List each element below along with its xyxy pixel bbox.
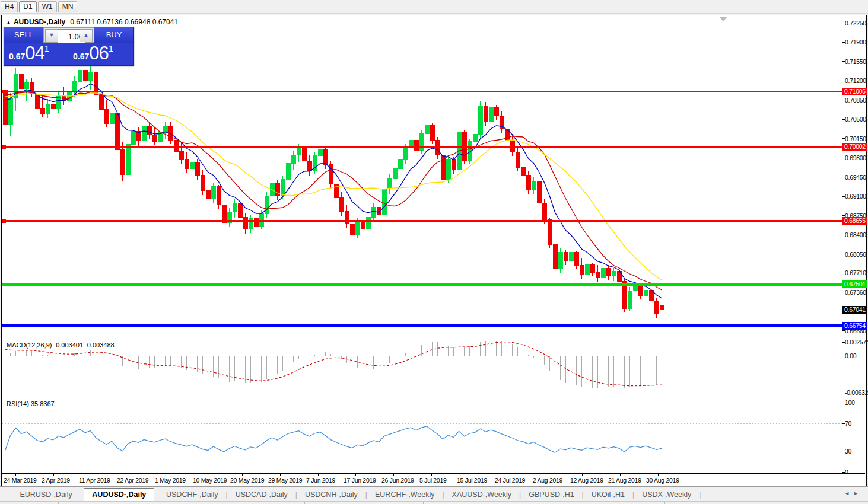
price-tick-label: 0.70500	[845, 116, 868, 123]
date-axis-label: 20 May 2019	[230, 477, 272, 484]
macd-axis-label: 0.00	[845, 352, 868, 359]
bid-price-pip: 1	[44, 43, 49, 53]
price-tick-label: 0.68050	[845, 251, 868, 258]
chart-title: ▲AUDUSD-,Daily0.67111 0.67136 0.66948 0.…	[6, 18, 178, 26]
tab-eurchf-weekly[interactable]: EURCHF-,Weekly	[367, 489, 442, 501]
rsi-axis-label: 70	[845, 420, 868, 427]
volume-increase-icon[interactable]: ▲	[80, 29, 93, 42]
price-tick-label: 0.69800	[845, 154, 868, 161]
date-axis-label: 5 Jul 2019	[419, 477, 461, 484]
status-separator	[423, 502, 424, 504]
chart-window: ▲AUDUSD-,Daily0.67111 0.67136 0.66948 0.…	[1, 15, 867, 486]
status-separator	[664, 502, 665, 504]
date-axis-label: 2 Aug 2019	[533, 477, 574, 484]
price-tick-label: 0.67360	[845, 289, 868, 296]
tab-separator	[80, 490, 84, 499]
date-axis-label: 21 Aug 2019	[608, 477, 650, 484]
rsi-axis-label: 100	[845, 399, 868, 406]
bid-price-prefix: 0.67	[9, 52, 25, 61]
tab-eurusd-daily[interactable]: EURUSD-,Daily	[12, 489, 80, 501]
tab-xauusd-weekly[interactable]: XAUUSD-,Weekly	[444, 489, 519, 501]
buy-button[interactable]: BUY	[94, 27, 133, 43]
sell-button[interactable]: SELL	[4, 27, 43, 43]
status-separator	[100, 502, 100, 504]
price-tick-label: 0.68400	[845, 231, 868, 238]
price-tick-label: 0.70150	[845, 135, 868, 142]
price-tick-label: 0.71550	[845, 58, 868, 65]
ask-price-pip: 1	[109, 43, 113, 53]
status-separator	[260, 502, 260, 504]
date-axis-label: 24 Mar 2019	[4, 477, 45, 484]
line-price-label: 0.66754	[842, 322, 867, 330]
tab-scroll-right-icon[interactable]: ►	[853, 490, 862, 496]
timeframe-button-d1[interactable]: D1	[19, 1, 36, 12]
ask-price-button[interactable]: 0.67061	[68, 43, 133, 65]
tab-gbpusd-h1[interactable]: GBPUSD-,H1	[521, 489, 581, 501]
one-click-trade-panel: SELL ▼ ▲ BUY 0.67041 0.67061	[4, 27, 134, 66]
macd-axis-label: -0.006326	[845, 389, 868, 396]
ask-price-prefix: 0.67	[73, 52, 89, 61]
date-axis-label: 15 Jul 2019	[457, 477, 498, 484]
volume-stepper: ▼ ▲	[43, 27, 94, 43]
tab-ukoil-h1[interactable]: UKOil-,H1	[584, 489, 632, 501]
macd-indicator-label: MACD(12,26,9) -0.003401 -0.003488	[7, 342, 115, 349]
bid-price-button[interactable]: 0.67041	[4, 43, 68, 65]
price-tick-label: 0.69450	[845, 174, 868, 181]
date-axis-label: 12 Aug 2019	[570, 477, 612, 484]
line-price-label: 0.70002	[842, 143, 867, 151]
rsi-axis-label: 0	[845, 468, 868, 476]
rsi-indicator-label: RSI(14) 35.8367	[7, 400, 55, 407]
tab-usdcnh-daily[interactable]: USDCNH-,Daily	[297, 489, 365, 501]
price-tick-label: 0.67710	[845, 269, 868, 276]
collapse-triangle-icon[interactable]: ▲	[6, 20, 11, 25]
chart-tab-bar: EURUSD-,Daily AUDUSD-,Daily USDCHF-,Dail…	[0, 486, 868, 502]
macd-axis-label: 0.002574	[845, 339, 868, 346]
status-strip	[0, 501, 868, 504]
rsi-axis-label: 30	[845, 448, 868, 455]
date-axis-label: 22 Apr 2019	[117, 477, 158, 484]
bid-price-big: 04	[25, 43, 44, 63]
date-axis-label: 30 Aug 2019	[646, 477, 688, 484]
chart-symbol-label: AUDUSD-,Daily	[14, 18, 65, 26]
scroll-to-end-icon[interactable]	[720, 17, 727, 21]
tab-scroll-arrows[interactable]: ◄►	[844, 490, 862, 496]
tab-usdcad-daily[interactable]: USDCAD-,Daily	[228, 489, 295, 501]
price-tick-label: 0.71200	[845, 77, 868, 84]
timeframe-button-mn[interactable]: MN	[58, 1, 78, 12]
tab-separator: |	[699, 490, 701, 499]
price-tick-label: 0.72250	[845, 20, 868, 27]
volume-decrease-icon[interactable]: ▼	[45, 29, 58, 42]
status-separator	[304, 502, 305, 504]
date-axis-label: 24 Jul 2019	[495, 477, 536, 484]
date-axis-label: 29 May 2019	[268, 477, 310, 484]
date-axis-label: 2 Apr 2019	[42, 477, 83, 484]
line-price-label: 0.67501	[842, 280, 867, 288]
timeframe-button-h4[interactable]: H4	[1, 1, 18, 12]
line-price-label: 0.71005	[842, 88, 867, 95]
price-tick-label: 0.70850	[845, 97, 868, 104]
timeframe-toolbar: H4D1W1MN	[0, 0, 868, 14]
tab-scroll-left-icon[interactable]: ◄	[844, 490, 853, 496]
timeframe-button-w1[interactable]: W1	[38, 1, 57, 12]
chart-ohlc-values: 0.67111 0.67136 0.66948 0.67041	[70, 18, 178, 26]
date-axis-label: 10 May 2019	[193, 477, 234, 484]
line-price-label: 0.68655	[842, 217, 867, 225]
tab-usdx-weekly[interactable]: USDX-,Weekly	[634, 489, 699, 501]
date-axis-label: 26 Jun 2019	[381, 477, 423, 484]
status-separator	[58, 502, 59, 504]
date-axis-label: 17 Jun 2019	[344, 477, 385, 484]
tab-usdchf-daily[interactable]: USDCHF-,Daily	[158, 489, 226, 501]
price-tick-label: 0.71900	[845, 39, 868, 46]
status-separator	[180, 502, 180, 504]
date-axis-label: 11 Apr 2019	[79, 477, 120, 484]
chart-canvas[interactable]	[2, 15, 865, 484]
tab-separator	[154, 490, 158, 499]
tab-audusd-daily[interactable]: AUDUSD-,Daily	[84, 488, 154, 502]
date-axis-label: 1 May 2019	[155, 477, 196, 484]
current-price-label: 0.67041	[842, 306, 867, 314]
ask-price-big: 06	[89, 43, 108, 63]
price-tick-label: 0.69100	[845, 193, 868, 200]
date-axis-label: 7 Jun 2019	[306, 477, 348, 484]
chart-tabs: EURUSD-,Daily AUDUSD-,Daily USDCHF-,Dail…	[12, 489, 701, 499]
